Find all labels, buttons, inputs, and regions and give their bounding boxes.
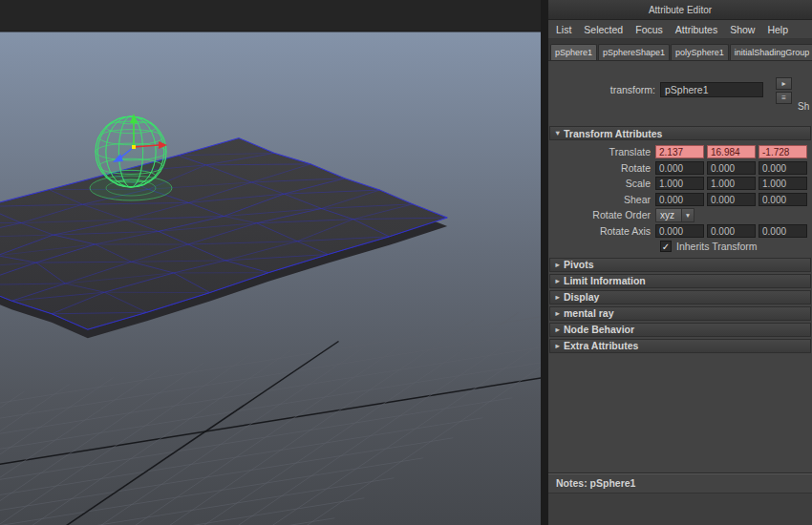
menu-attributes[interactable]: Attributes bbox=[673, 23, 719, 36]
rotate-order-label: Rotate Order bbox=[548, 209, 655, 220]
scale-x-field[interactable]: 1.000 bbox=[655, 177, 704, 190]
list-icon: ≡ bbox=[781, 94, 786, 102]
inherits-transform-checkbox[interactable]: ✓ bbox=[660, 241, 672, 252]
rotate-x-field[interactable]: 0.000 bbox=[655, 161, 704, 175]
shear-x-field[interactable]: 0.000 bbox=[655, 193, 704, 206]
transform-attributes-rows: Translate 2.137 16.984 -1.728 Rotate 0.0… bbox=[548, 142, 812, 258]
attribute-editor: Attribute Editor List Selected Focus Att… bbox=[548, 0, 812, 525]
menu-help[interactable]: Help bbox=[765, 23, 790, 36]
rotate-axis-label: Rotate Axis bbox=[548, 225, 655, 237]
rotate-order-dropdown[interactable]: xyz ▼ bbox=[655, 208, 694, 222]
inherits-transform-label: Inherits Transform bbox=[676, 241, 758, 252]
section-label: Node Behavior bbox=[564, 324, 634, 335]
scale-z-field[interactable]: 1.000 bbox=[759, 177, 807, 190]
menu-focus[interactable]: Focus bbox=[633, 23, 665, 36]
section-label: Limit Information bbox=[564, 275, 646, 286]
translate-label: Translate bbox=[548, 146, 655, 158]
translate-y-field[interactable]: 16.984 bbox=[707, 145, 756, 158]
notes-bar: Notes: pSphere1 bbox=[548, 472, 812, 493]
section-node-behavior[interactable]: ► Node Behavior bbox=[549, 323, 811, 337]
shear-row: Shear 0.000 0.000 0.000 bbox=[548, 192, 812, 208]
panel-divider[interactable] bbox=[541, 0, 548, 525]
chevron-right-icon: ► bbox=[550, 342, 564, 350]
section-label: mental ray bbox=[564, 307, 614, 319]
attribute-editor-tabs: pSphere1 pSphereShape1 polySphere1 initi… bbox=[548, 39, 812, 61]
chevron-right-icon: ► bbox=[550, 309, 564, 318]
attribute-editor-title: Attribute Editor bbox=[548, 0, 812, 20]
section-pivots[interactable]: ► Pivots bbox=[549, 258, 811, 272]
rotate-axis-x-field[interactable]: 0.000 bbox=[655, 224, 704, 238]
chevron-right-icon: ► bbox=[550, 277, 564, 285]
rotate-axis-row: Rotate Axis 0.000 0.000 0.000 bbox=[548, 223, 812, 240]
rotate-order-value: xyz bbox=[655, 208, 682, 222]
inherits-transform-row: ✓ Inherits Transform bbox=[548, 239, 812, 255]
shear-z-field[interactable]: 0.000 bbox=[759, 193, 807, 206]
section-mental-ray[interactable]: ► mental ray bbox=[549, 306, 811, 321]
viewport[interactable] bbox=[0, 0, 541, 525]
transform-label: transform: bbox=[548, 84, 655, 95]
chevron-right-icon: ► bbox=[550, 326, 564, 334]
viewport-canvas[interactable] bbox=[0, 0, 541, 525]
shear-y-field[interactable]: 0.000 bbox=[707, 193, 756, 206]
scale-label: Scale bbox=[548, 178, 655, 189]
section-label: Pivots bbox=[564, 259, 594, 270]
chevron-right-icon: ► bbox=[550, 261, 564, 269]
rotate-z-field[interactable]: 0.000 bbox=[759, 161, 807, 175]
viewport-top-bar bbox=[0, 0, 541, 32]
menu-selected[interactable]: Selected bbox=[582, 23, 625, 36]
tab-polysphere1[interactable]: polySphere1 bbox=[671, 44, 729, 60]
chevron-down-icon[interactable]: ▼ bbox=[682, 208, 694, 222]
transform-name-field[interactable]: pSphere1 bbox=[660, 82, 763, 97]
section-label: Transform Attributes bbox=[564, 128, 662, 139]
scale-y-field[interactable]: 1.000 bbox=[707, 177, 756, 190]
focus-icon: ▸ bbox=[781, 79, 785, 88]
chevron-right-icon: ► bbox=[550, 293, 564, 302]
shear-label: Shear bbox=[548, 194, 655, 205]
translate-z-field[interactable]: -1.728 bbox=[759, 145, 807, 158]
scale-row: Scale 1.000 1.000 1.000 bbox=[548, 176, 812, 192]
menu-show[interactable]: Show bbox=[728, 23, 757, 36]
section-label: Display bbox=[564, 291, 599, 303]
tab-initialshadinggroup[interactable]: initialShadingGroup bbox=[730, 44, 812, 60]
rotate-row: Rotate 0.000 0.000 0.000 bbox=[548, 160, 812, 177]
show-button-clipped[interactable]: Sh bbox=[798, 101, 809, 112]
rotate-order-row: Rotate Order xyz ▼ bbox=[548, 207, 812, 223]
transform-block: transform: pSphere1 ▸ ≡ Sh bbox=[548, 61, 812, 126]
rotate-axis-y-field[interactable]: 0.000 bbox=[707, 224, 756, 238]
presets-button[interactable]: ≡ bbox=[776, 92, 792, 104]
tab-psphereshape1[interactable]: pSphereShape1 bbox=[598, 44, 670, 60]
wireframe-sphere[interactable] bbox=[96, 116, 166, 187]
notes-label: Notes: pSphere1 bbox=[548, 477, 635, 489]
section-transform-attributes[interactable]: ▼ Transform Attributes bbox=[549, 126, 811, 140]
attribute-editor-menubar: List Selected Focus Attributes Show Help bbox=[548, 20, 812, 39]
translate-x-field[interactable]: 2.137 bbox=[655, 145, 704, 158]
maya-window: Attribute Editor List Selected Focus Att… bbox=[0, 0, 812, 525]
focus-button[interactable]: ▸ bbox=[776, 77, 792, 90]
section-extra-attributes[interactable]: ► Extra Attributes bbox=[549, 339, 811, 353]
rotate-y-field[interactable]: 0.000 bbox=[707, 161, 756, 175]
rotate-axis-z-field[interactable]: 0.000 bbox=[759, 224, 807, 238]
rotate-label: Rotate bbox=[548, 162, 655, 174]
section-display[interactable]: ► Display bbox=[549, 290, 811, 304]
tab-psphere1[interactable]: pSphere1 bbox=[550, 44, 597, 60]
menu-list[interactable]: List bbox=[554, 23, 573, 36]
section-limit-information[interactable]: ► Limit Information bbox=[549, 274, 811, 288]
notes-input-area[interactable] bbox=[548, 493, 812, 525]
section-label: Extra Attributes bbox=[564, 340, 638, 351]
translate-row: Translate 2.137 16.984 -1.728 bbox=[548, 144, 812, 160]
chevron-down-icon: ▼ bbox=[550, 129, 564, 137]
